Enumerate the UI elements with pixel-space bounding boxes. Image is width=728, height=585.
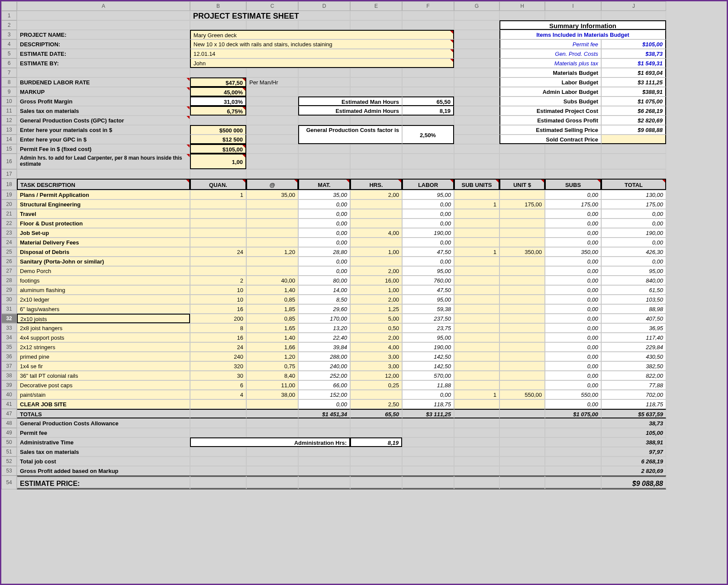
- task-at[interactable]: 11,00: [246, 380, 298, 390]
- bg-cell[interactable]: [454, 39, 499, 49]
- bg-cell[interactable]: [454, 135, 499, 144]
- cell[interactable]: [298, 476, 350, 489]
- task-desc[interactable]: Demo Porch: [17, 266, 190, 276]
- task-su[interactable]: [454, 209, 499, 219]
- bg-cell[interactable]: [190, 447, 246, 456]
- row-header-23[interactable]: 23: [1, 228, 17, 238]
- task-up[interactable]: 175,00: [499, 199, 545, 209]
- col-header-F[interactable]: F: [402, 1, 454, 11]
- task-q[interactable]: 6: [190, 380, 246, 390]
- task-at[interactable]: [246, 257, 298, 266]
- task-su[interactable]: [454, 257, 499, 266]
- task-su[interactable]: [454, 371, 499, 380]
- row-header-13[interactable]: 13: [1, 125, 17, 135]
- bg-cell[interactable]: [454, 87, 499, 96]
- task-su[interactable]: [454, 380, 499, 390]
- task-desc[interactable]: CLEAR JOB SITE: [17, 399, 190, 409]
- bg-cell[interactable]: [350, 116, 402, 125]
- task-up[interactable]: [499, 361, 545, 371]
- task-su[interactable]: [454, 276, 499, 285]
- bg-cell[interactable]: [402, 77, 454, 87]
- task-up[interactable]: 350,00: [499, 247, 545, 257]
- task-desc[interactable]: 1x4 se fir: [17, 361, 190, 371]
- bg-cell[interactable]: [350, 68, 402, 77]
- bg-cell[interactable]: [454, 154, 499, 169]
- task-h[interactable]: 0,25: [350, 380, 402, 390]
- task-at[interactable]: 0,85: [246, 314, 298, 323]
- task-desc[interactable]: 2x8 joist hangers: [17, 323, 190, 333]
- row-header-37[interactable]: 37: [1, 361, 17, 371]
- bg-cell[interactable]: [545, 169, 601, 179]
- bg-cell[interactable]: [545, 418, 601, 428]
- bg-cell[interactable]: [454, 49, 499, 58]
- bg-cell[interactable]: [402, 466, 454, 476]
- bg-cell[interactable]: [298, 447, 350, 456]
- row-header-3[interactable]: 3: [1, 30, 17, 39]
- row-header-9[interactable]: 9: [1, 87, 17, 96]
- task-at[interactable]: [246, 199, 298, 209]
- row-header-10[interactable]: 10: [1, 96, 17, 106]
- cell[interactable]: [402, 476, 454, 489]
- task-up[interactable]: [499, 342, 545, 352]
- task-desc[interactable]: Decorative post caps: [17, 380, 190, 390]
- cell[interactable]: [350, 476, 402, 489]
- col-header-I[interactable]: I: [545, 1, 601, 11]
- task-su[interactable]: [454, 323, 499, 333]
- task-up[interactable]: [499, 238, 545, 247]
- task-up[interactable]: [499, 228, 545, 238]
- row-header-47[interactable]: 47: [1, 409, 17, 418]
- bg-cell[interactable]: [298, 20, 350, 30]
- task-at[interactable]: 40,00: [246, 276, 298, 285]
- row-header-1[interactable]: 1: [1, 11, 17, 20]
- bg-cell[interactable]: [545, 447, 601, 456]
- task-h[interactable]: 1,00: [350, 247, 402, 257]
- task-q[interactable]: 16: [190, 304, 246, 314]
- row-header-30[interactable]: 30: [1, 295, 17, 304]
- bg-cell[interactable]: [545, 11, 601, 20]
- cell[interactable]: [454, 476, 499, 489]
- row-header-19[interactable]: 19: [1, 190, 17, 199]
- task-h[interactable]: 2,50: [350, 399, 402, 409]
- task-desc[interactable]: 36" tall PT colonial rails: [17, 371, 190, 380]
- task-up[interactable]: [499, 380, 545, 390]
- bg-cell[interactable]: [499, 154, 545, 169]
- bg-cell[interactable]: [298, 466, 350, 476]
- task-up[interactable]: [499, 285, 545, 295]
- row-header-53[interactable]: 53: [1, 466, 17, 476]
- bg-cell[interactable]: [190, 116, 246, 125]
- bg-cell[interactable]: [454, 466, 499, 476]
- task-desc[interactable]: 6" lags/washers: [17, 304, 190, 314]
- task-at[interactable]: 1,85: [246, 304, 298, 314]
- task-su[interactable]: [454, 342, 499, 352]
- row-header-54[interactable]: 54: [1, 476, 17, 489]
- task-up[interactable]: [499, 209, 545, 219]
- task-su[interactable]: [454, 219, 499, 228]
- task-su[interactable]: [454, 190, 499, 199]
- bg-cell[interactable]: [350, 87, 402, 96]
- bg-cell[interactable]: [350, 428, 402, 437]
- bg-cell[interactable]: [246, 20, 298, 30]
- bg-cell[interactable]: [350, 154, 402, 169]
- input-admin[interactable]: 1,00: [190, 154, 246, 169]
- row-header-11[interactable]: 11: [1, 106, 17, 116]
- bg-cell[interactable]: [246, 456, 298, 466]
- bg-cell[interactable]: [298, 418, 350, 428]
- row-header-39[interactable]: 39: [1, 380, 17, 390]
- bg-cell[interactable]: [190, 456, 246, 466]
- bg-cell[interactable]: [17, 68, 190, 77]
- bg-cell[interactable]: [601, 144, 666, 154]
- row-header-16[interactable]: 16: [1, 154, 17, 169]
- task-at[interactable]: 1,65: [246, 323, 298, 333]
- bg-cell[interactable]: [402, 437, 454, 447]
- row-header-41[interactable]: 41: [1, 399, 17, 409]
- row-header-36[interactable]: 36: [1, 352, 17, 361]
- task-h[interactable]: 1,00: [350, 285, 402, 295]
- task-up[interactable]: [499, 399, 545, 409]
- bg-cell[interactable]: [454, 116, 499, 125]
- row-header-33[interactable]: 33: [1, 323, 17, 333]
- bg-cell[interactable]: [246, 418, 298, 428]
- input-burdened[interactable]: $47,50: [190, 77, 246, 87]
- task-desc[interactable]: Plans / Permit Application: [17, 190, 190, 199]
- bg-cell[interactable]: [350, 11, 402, 20]
- row-header-34[interactable]: 34: [1, 333, 17, 342]
